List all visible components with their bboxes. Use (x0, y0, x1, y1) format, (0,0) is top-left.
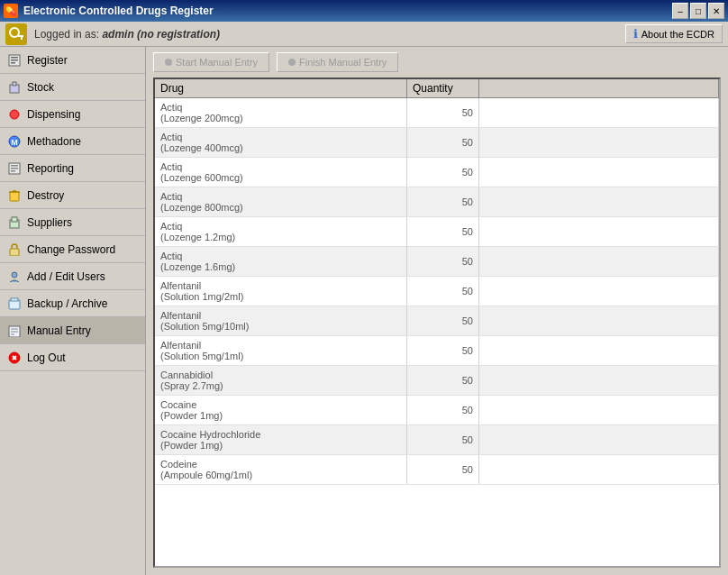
drug-cell: Cocaine(Powder 1mg) (155, 396, 407, 424)
svg-rect-4 (11, 57, 18, 59)
sidebar-label-destroy: Destroy (27, 189, 64, 202)
toolbar: Start Manual Entry Finish Manual Entry (146, 47, 728, 78)
sidebar-label-log-out: Log Out (27, 351, 66, 364)
svg-rect-24 (11, 298, 18, 301)
sidebar-label-dispensing: Dispensing (27, 108, 80, 121)
header-bar: Logged in as: admin (no registration) ℹ … (0, 22, 728, 47)
svg-rect-5 (11, 59, 18, 61)
extra-cell (479, 128, 719, 157)
quantity-cell: 50 (407, 128, 479, 157)
svg-rect-20 (12, 217, 17, 222)
svg-rect-18 (13, 190, 16, 192)
extra-cell (479, 306, 719, 335)
quantity-cell: 50 (407, 158, 479, 187)
header-icon (5, 23, 27, 45)
quantity-cell: 50 (407, 306, 479, 335)
sidebar-label-register: Register (27, 54, 68, 67)
table-row[interactable]: Alfentanil(Solution 1mg/2ml)50 (155, 277, 719, 306)
extra-cell (479, 455, 719, 484)
maximize-button[interactable]: □ (690, 3, 706, 19)
sidebar-label-suppliers: Suppliers (27, 216, 72, 229)
drug-cell: Cannabidiol(Spray 2.7mg) (155, 366, 407, 395)
start-manual-entry-button[interactable]: Start Manual Entry (153, 52, 269, 72)
quantity-cell: 50 (407, 366, 479, 395)
svg-rect-2 (21, 37, 23, 40)
manual-entry-icon (7, 324, 22, 338)
extra-cell (479, 247, 719, 276)
about-button[interactable]: ℹ About the ECDR (625, 24, 723, 43)
main-panel: Start Manual Entry Finish Manual Entry D… (146, 47, 728, 575)
table-header: Drug Quantity (155, 79, 719, 98)
table-row[interactable]: Actiq(Lozenge 1.2mg)50 (155, 217, 719, 247)
extra-cell (479, 187, 719, 216)
table-row[interactable]: Cannabidiol(Spray 2.7mg)50 (155, 366, 719, 396)
start-dot-icon (165, 59, 172, 66)
svg-point-22 (12, 272, 17, 278)
change-password-icon (7, 242, 22, 257)
table-row[interactable]: Actiq(Lozenge 400mcg)50 (155, 128, 719, 158)
table-row[interactable]: Cocaine Hydrochloride(Powder 1mg)50 (155, 425, 719, 455)
table-row[interactable]: Actiq(Lozenge 1.6mg)50 (155, 247, 719, 277)
extra-cell (479, 217, 719, 246)
minimize-button[interactable]: – (672, 3, 688, 19)
sidebar-item-change-password[interactable]: Change Password (0, 236, 145, 263)
log-out-icon (7, 351, 22, 365)
window-title: Electronic Controlled Drugs Register (23, 5, 672, 17)
add-edit-users-icon (7, 269, 22, 284)
extra-cell (479, 396, 719, 424)
info-icon: ℹ (633, 27, 638, 41)
quantity-cell: 50 (407, 336, 479, 365)
svg-point-9 (10, 110, 19, 119)
extra-column-header (479, 79, 719, 97)
sidebar-label-backup-archive: Backup / Archive (27, 297, 107, 310)
svg-rect-13 (11, 165, 18, 167)
register-icon (7, 53, 22, 68)
finish-manual-entry-button[interactable]: Finish Manual Entry (277, 52, 398, 72)
close-button[interactable]: ✕ (708, 3, 724, 19)
sidebar-item-dispensing[interactable]: Dispensing (0, 101, 145, 128)
sidebar-item-register[interactable]: Register (0, 47, 145, 74)
svg-text:M: M (11, 138, 18, 147)
sidebar-item-methadone[interactable]: M Methadone (0, 128, 145, 155)
quantity-cell: 50 (407, 247, 479, 276)
extra-cell (479, 158, 719, 187)
drug-cell: Cocaine Hydrochloride(Powder 1mg) (155, 425, 407, 454)
table-row[interactable]: Actiq(Lozenge 800mcg)50 (155, 187, 719, 217)
table-row[interactable]: Alfentanil(Solution 5mg/10ml)50 (155, 306, 719, 336)
dispensing-icon (7, 107, 22, 122)
extra-cell (479, 336, 719, 365)
sidebar-item-destroy[interactable]: Destroy (0, 182, 145, 209)
drug-cell: Actiq(Lozenge 600mcg) (155, 158, 407, 187)
drug-cell: Actiq(Lozenge 1.6mg) (155, 247, 407, 276)
sidebar-item-log-out[interactable]: Log Out (0, 344, 145, 371)
login-label: Logged in as: admin (no registration) (34, 28, 220, 41)
svg-rect-15 (11, 170, 15, 172)
sidebar-item-suppliers[interactable]: Suppliers (0, 209, 145, 236)
drug-column-header: Drug (155, 79, 407, 97)
reporting-icon (7, 161, 22, 176)
title-bar: 💊 Electronic Controlled Drugs Register –… (0, 0, 728, 22)
sidebar-item-stock[interactable]: Stock (0, 74, 145, 101)
quantity-cell: 50 (407, 187, 479, 216)
table-row[interactable]: Cocaine(Powder 1mg)50 (155, 396, 719, 425)
drug-table: Drug Quantity Actiq(Lozenge 200mcg)50Act… (153, 78, 721, 568)
extra-cell (479, 98, 719, 127)
sidebar-item-reporting[interactable]: Reporting (0, 155, 145, 182)
sidebar-item-manual-entry[interactable]: Manual Entry (0, 317, 145, 344)
svg-rect-16 (10, 192, 19, 201)
table-row[interactable]: Alfentanil(Solution 5mg/1ml)50 (155, 336, 719, 366)
finish-dot-icon (288, 59, 296, 66)
window-controls[interactable]: – □ ✕ (672, 3, 724, 19)
table-row[interactable]: Codeine(Ampoule 60mg/1ml)50 (155, 455, 719, 485)
drug-cell: Codeine(Ampoule 60mg/1ml) (155, 455, 407, 484)
suppliers-icon (7, 215, 22, 230)
sidebar-item-backup-archive[interactable]: Backup / Archive (0, 290, 145, 317)
backup-archive-icon (7, 297, 22, 311)
sidebar-label-stock: Stock (27, 81, 54, 94)
sidebar-label-reporting: Reporting (27, 162, 74, 175)
quantity-column-header: Quantity (407, 79, 479, 97)
sidebar-item-add-edit-users[interactable]: Add / Edit Users (0, 263, 145, 290)
table-row[interactable]: Actiq(Lozenge 200mcg)50 (155, 98, 719, 128)
sidebar-label-manual-entry: Manual Entry (27, 324, 91, 337)
table-row[interactable]: Actiq(Lozenge 600mcg)50 (155, 158, 719, 187)
